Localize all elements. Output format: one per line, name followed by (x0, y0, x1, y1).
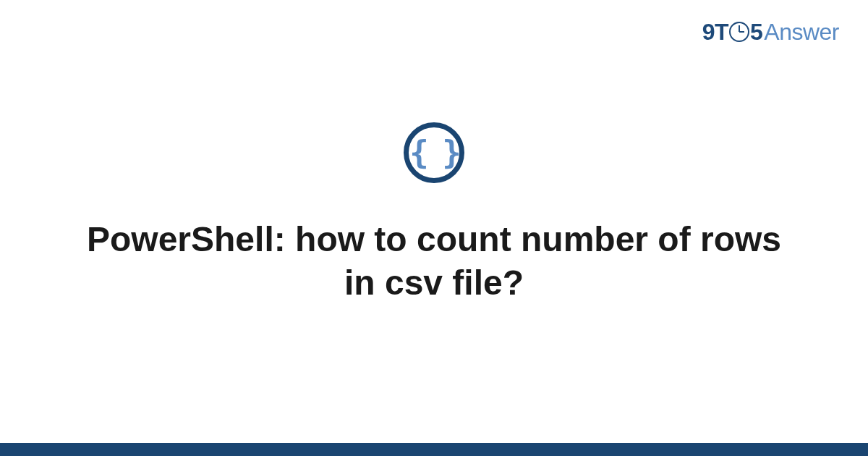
question-title: PowerShell: how to count number of rows … (80, 218, 788, 305)
category-icon-circle: { } (404, 122, 464, 183)
footer-accent-bar (0, 443, 868, 456)
code-braces-icon: { } (409, 137, 458, 169)
main-content: { } PowerShell: how to count number of r… (0, 0, 868, 456)
